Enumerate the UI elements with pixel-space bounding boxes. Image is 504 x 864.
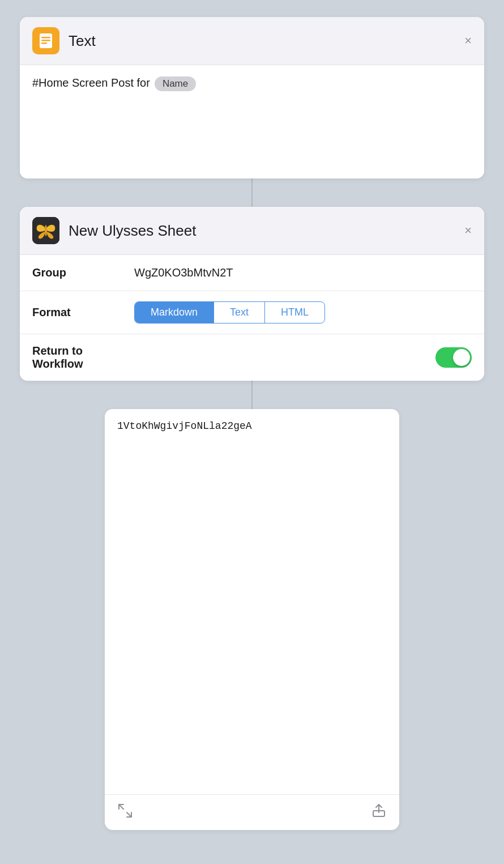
connector-2 bbox=[251, 381, 253, 409]
format-text-button[interactable]: Text bbox=[214, 302, 265, 323]
text-card: Text × #Home Screen Post for Name bbox=[20, 17, 484, 178]
text-card-header: Text × bbox=[20, 17, 484, 65]
svg-rect-3 bbox=[41, 42, 47, 44]
svg-point-5 bbox=[45, 225, 47, 236]
ulysses-card: New Ulysses Sheet × Group WgZ0KO3bMtvN2T… bbox=[20, 207, 484, 381]
ulysses-card-title: New Ulysses Sheet bbox=[69, 222, 196, 240]
text-doc-icon bbox=[37, 32, 54, 49]
bottom-card-footer bbox=[105, 794, 399, 830]
format-label: Format bbox=[32, 306, 134, 319]
connector-1 bbox=[251, 178, 253, 207]
bottom-card-content: 1VtoKhWgivjFoNLla22geA bbox=[117, 420, 252, 432]
text-card-title: Text bbox=[69, 32, 96, 50]
toggle-thumb bbox=[453, 349, 470, 366]
name-tag[interactable]: Name bbox=[155, 76, 196, 91]
return-workflow-toggle-container bbox=[435, 347, 472, 368]
return-workflow-row: Return to Workflow bbox=[20, 334, 484, 381]
expand-icon bbox=[117, 803, 133, 819]
group-row: Group WgZ0KO3bMtvN2T bbox=[20, 255, 484, 291]
return-workflow-label: Return to Workflow bbox=[32, 344, 134, 371]
text-card-body: #Home Screen Post for Name bbox=[20, 65, 484, 178]
return-workflow-toggle[interactable] bbox=[435, 347, 472, 368]
format-row: Format Markdown Text HTML bbox=[20, 291, 484, 334]
group-label: Group bbox=[32, 266, 134, 279]
group-value: WgZ0KO3bMtvN2T bbox=[134, 266, 233, 279]
ulysses-butterfly-icon bbox=[32, 217, 59, 244]
text-card-icon bbox=[32, 27, 59, 54]
svg-line-6 bbox=[119, 805, 123, 809]
ulysses-card-close-button[interactable]: × bbox=[464, 224, 472, 237]
ulysses-card-header: New Ulysses Sheet × bbox=[20, 207, 484, 255]
svg-rect-1 bbox=[41, 37, 50, 39]
svg-line-7 bbox=[127, 812, 131, 817]
expand-button[interactable] bbox=[117, 803, 133, 822]
bottom-card: 1VtoKhWgivjFoNLla22geA bbox=[105, 409, 399, 830]
format-segmented-control[interactable]: Markdown Text HTML bbox=[134, 301, 325, 324]
format-markdown-button[interactable]: Markdown bbox=[135, 302, 214, 323]
ulysses-card-body: Group WgZ0KO3bMtvN2T Format Markdown Tex… bbox=[20, 255, 484, 381]
svg-rect-2 bbox=[41, 40, 50, 41]
share-button[interactable] bbox=[371, 803, 387, 822]
format-html-button[interactable]: HTML bbox=[265, 302, 324, 323]
ulysses-card-icon bbox=[32, 217, 59, 244]
share-icon bbox=[371, 803, 387, 819]
text-card-content: #Home Screen Post for bbox=[32, 76, 150, 90]
text-card-close-button[interactable]: × bbox=[464, 35, 472, 47]
bottom-card-body[interactable]: 1VtoKhWgivjFoNLla22geA bbox=[105, 409, 399, 794]
